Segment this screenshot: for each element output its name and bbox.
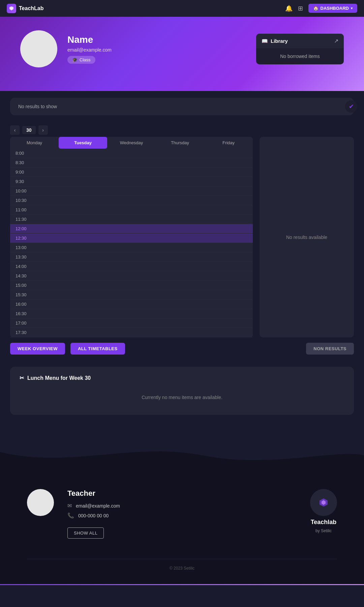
next-week-button[interactable]: › xyxy=(38,125,48,135)
wave-section xyxy=(0,442,364,469)
bell-icon[interactable]: 🔔 xyxy=(285,5,293,12)
timetable-section: Monday Tuesday Wednesday Thursday Friday… xyxy=(0,137,364,337)
book-icon: 📖 xyxy=(262,38,268,44)
show-all-button[interactable]: SHOW ALL xyxy=(67,527,104,539)
time-slot: 16:00 xyxy=(10,300,253,309)
footer-content: Teacher ✉ email@example.com 📞 000-000 00… xyxy=(27,489,337,539)
profile-left: Name email@example.com 🎓 Class xyxy=(20,30,112,67)
time-slot: 10:00 xyxy=(10,186,253,196)
tab-monday[interactable]: Monday xyxy=(10,137,59,149)
time-slot: 8:30 xyxy=(10,158,253,168)
time-slot: 14:30 xyxy=(10,271,253,281)
no-results-available: No results available xyxy=(286,235,327,240)
timetable-left: Monday Tuesday Wednesday Thursday Friday… xyxy=(10,137,253,337)
library-body: No borrowed items xyxy=(256,48,344,64)
time-slot: 14:00 xyxy=(10,262,253,271)
grid-icon[interactable]: ⊞ xyxy=(298,5,303,12)
dashboard-button[interactable]: 🏠 DASHBOARD ▾ xyxy=(308,4,358,13)
navbar: TeachLab 🔔 ⊞ 🏠 DASHBOARD ▾ xyxy=(0,0,364,17)
time-slot: 15:00 xyxy=(10,281,253,290)
time-slot: 11:00 xyxy=(10,205,253,215)
bottom-accent-line xyxy=(0,584,364,585)
phone-icon: 📞 xyxy=(67,512,74,519)
library-card: 📖 Library ↗ No borrowed items xyxy=(256,34,344,64)
chevron-down-icon: ▾ xyxy=(351,6,353,10)
week-number: 30 xyxy=(22,126,36,134)
lunch-title: ✂ Lunch Menu for Week 30 xyxy=(20,375,344,381)
tab-wednesday[interactable]: Wednesday xyxy=(107,137,156,149)
envelope-icon: ✉ xyxy=(67,503,72,509)
library-header: 📖 Library ↗ xyxy=(256,34,344,48)
profile-email: email@example.com xyxy=(67,47,112,53)
time-slot: 13:00 xyxy=(10,243,253,252)
house-icon: 🏠 xyxy=(313,6,318,11)
class-badge[interactable]: 🎓 Class xyxy=(67,56,95,64)
timetable-right: No results available xyxy=(260,137,354,337)
lunch-section: ✂ Lunch Menu for Week 30 Currently no me… xyxy=(10,367,354,415)
external-link-icon[interactable]: ↗ xyxy=(334,38,338,44)
footer-teacher-name: Teacher xyxy=(67,489,297,498)
footer-teacher-info: Teacher ✉ email@example.com 📞 000-000 00… xyxy=(67,489,297,539)
avatar xyxy=(20,30,57,67)
footer-email: email@example.com xyxy=(76,503,120,509)
brand-label: TeachLab xyxy=(19,5,44,11)
non-results-button[interactable]: NON RESULTS xyxy=(306,343,354,355)
profile-name: Name xyxy=(67,34,112,45)
footer-brand-logo xyxy=(310,489,337,516)
tab-thursday[interactable]: Thursday xyxy=(156,137,204,149)
results-bar: No results to show xyxy=(10,98,354,115)
time-slot: 13:30 xyxy=(10,252,253,262)
check-icon: ✔ xyxy=(345,100,357,113)
tab-tuesday[interactable]: Tuesday xyxy=(59,137,107,149)
no-borrowed-items: No borrowed items xyxy=(280,54,320,59)
time-slots: 8:00 8:30 9:00 9:30 10:00 10:30 11:00 11… xyxy=(10,149,253,337)
time-slot: 17:30 xyxy=(10,328,253,337)
time-slot: 15:30 xyxy=(10,290,253,300)
lunch-body: Currently no menu items are available. xyxy=(20,388,344,407)
graduation-icon: 🎓 xyxy=(72,57,78,62)
tab-friday[interactable]: Friday xyxy=(204,137,253,149)
navbar-right: 🔔 ⊞ 🏠 DASHBOARD ▾ xyxy=(285,4,358,13)
time-slot: 12:30 xyxy=(10,234,253,243)
footer-avatar xyxy=(27,489,54,516)
time-slot: 11:30 xyxy=(10,215,253,224)
time-slot: 17:00 xyxy=(10,318,253,328)
library-title: 📖 Library xyxy=(262,38,288,44)
time-slot: 9:00 xyxy=(10,168,253,177)
footer-copyright: © 2023 Setilic xyxy=(27,559,337,571)
class-label: Class xyxy=(80,57,91,62)
day-tabs: Monday Tuesday Wednesday Thursday Friday xyxy=(10,137,253,149)
profile-section: Name email@example.com 🎓 Class 📖 Library… xyxy=(0,17,364,91)
time-slot: 16:30 xyxy=(10,309,253,318)
time-slot: 10:30 xyxy=(10,196,253,205)
profile-info: Name email@example.com 🎓 Class xyxy=(67,34,112,64)
time-slot: 8:00 xyxy=(10,149,253,158)
main-content: No results to show ✔ ‹ 30 › Monday Tuesd… xyxy=(0,98,364,435)
results-bar-wrap: No results to show ✔ xyxy=(0,98,364,115)
footer-brand: Teachlab by Setilic xyxy=(310,489,337,533)
week-overview-button[interactable]: WEEK OVERVIEW xyxy=(10,343,65,355)
timetable-buttons: WEEK OVERVIEW ALL TIMETABLES NON RESULTS xyxy=(0,337,364,360)
time-slot: 9:30 xyxy=(10,177,253,186)
week-nav: ‹ 30 › xyxy=(0,122,364,137)
footer-brand-sub: by Setilic xyxy=(315,528,332,533)
time-slot: 12:00 xyxy=(10,224,253,234)
footer-phone: 000-000 00 00 xyxy=(78,513,109,518)
footer: Teacher ✉ email@example.com 📞 000-000 00… xyxy=(0,469,364,584)
no-results-text: No results to show xyxy=(18,104,57,109)
footer-email-row: ✉ email@example.com xyxy=(67,503,297,509)
all-timetables-button[interactable]: ALL TIMETABLES xyxy=(70,343,125,355)
footer-brand-name: Teachlab xyxy=(311,519,337,526)
footer-phone-row: 📞 000-000 00 00 xyxy=(67,512,297,519)
no-lunch-items: Currently no menu items are available. xyxy=(142,395,222,400)
utensils-icon: ✂ xyxy=(20,375,24,381)
brand: TeachLab xyxy=(7,4,44,13)
brand-logo xyxy=(7,4,16,13)
prev-week-button[interactable]: ‹ xyxy=(10,125,20,135)
